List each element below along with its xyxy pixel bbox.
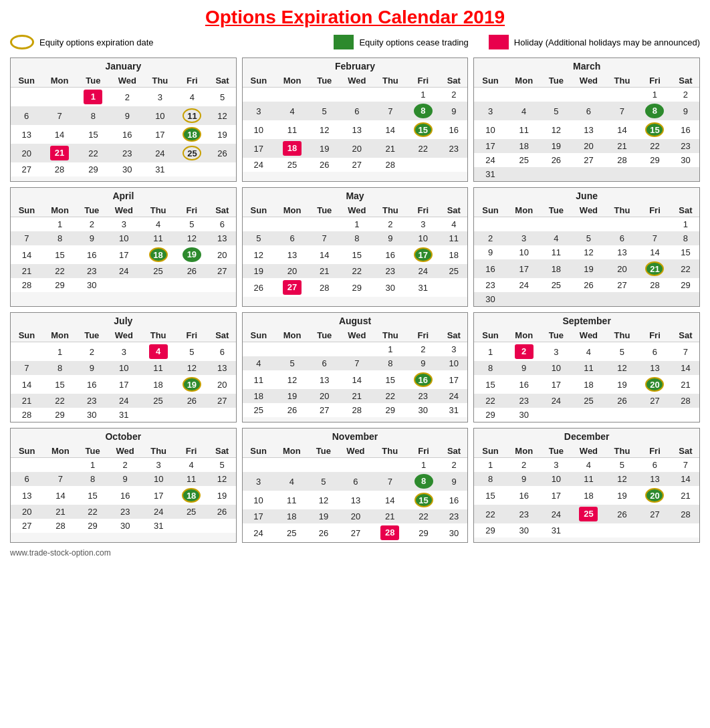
calendar-cell: 23 [507, 394, 542, 408]
calendar-cell: 30 [441, 523, 468, 542]
calendar-cell: 14 [373, 491, 406, 509]
calendar-cell: 17 [243, 139, 275, 158]
calendar-cell: 23 [507, 505, 542, 523]
calendar-cell: 28 [339, 403, 374, 417]
calendar-cell [42, 88, 76, 107]
day-header: Mon [275, 329, 310, 342]
calendar-cell: 8 [474, 472, 506, 486]
calendar-cell: 2 [108, 458, 143, 473]
calendar-cell: 25 [243, 403, 275, 417]
calendar-cell: 20 [638, 375, 672, 394]
calendar-cell: 26 [571, 278, 606, 292]
calendar-cell: 16 [77, 375, 106, 394]
calendar-cell: 6 [638, 342, 672, 362]
month-title: September [474, 313, 699, 329]
calendar-cell: 25 [507, 153, 542, 167]
calendar-cell: 4 [141, 342, 174, 362]
calendar-cell [571, 523, 606, 537]
calendar-cell: 16 [672, 120, 699, 139]
day-header: Sun [243, 329, 275, 342]
table-row: 25262728293031 [243, 403, 468, 417]
table-row: 30 [474, 292, 699, 306]
calendar-cell [571, 292, 606, 306]
day-header: Sun [474, 204, 506, 217]
day-header: Thu [141, 204, 174, 217]
day-header: Sun [474, 74, 506, 88]
calendar-cell: 10 [474, 120, 506, 139]
calendar-cell: 16 [406, 370, 440, 389]
calendar-cell: 16 [474, 259, 506, 278]
calendar-cell: 5 [542, 102, 571, 120]
calendar-cell [474, 217, 506, 232]
calendar-cell: 11 [507, 120, 542, 139]
calendar-cell: 13 [571, 120, 606, 139]
calendar-cell: 9 [474, 245, 506, 259]
calendar-cell: 6 [11, 472, 43, 486]
calendar-cell [638, 217, 672, 232]
expiration-cease-cell: 16 [414, 372, 433, 387]
calendar-cell: 21 [638, 259, 672, 278]
calendar-cell: 19 [275, 389, 310, 403]
calendar-cell: 17 [243, 509, 275, 523]
calendar-cell: 8 [43, 231, 77, 245]
table-row: 17181920212223 [243, 509, 468, 523]
calendar-cell: 31 [143, 519, 174, 533]
calendars-grid: JanuarySunMonTueWedThuFriSat123456789101… [10, 57, 700, 543]
calendar-cell: 19 [606, 486, 638, 505]
calendar-cell: 2 [77, 217, 106, 232]
calendar-cell [339, 88, 374, 102]
calendar-cell [507, 292, 542, 306]
day-header: Thu [606, 329, 638, 342]
calendar-cell: 5 [606, 342, 638, 362]
calendar-cell: 30 [374, 278, 406, 297]
calendar-cell: 23 [672, 139, 699, 153]
calendar-cell [571, 167, 606, 181]
calendar-cell: 12 [175, 361, 209, 375]
calendar-table: SunMonTueWedThuFriSat1234567891011121314… [11, 204, 236, 292]
table-row: 6789101112 [11, 106, 236, 125]
calendar-cell: 27 [638, 394, 672, 408]
calendar-cell: 13 [11, 125, 42, 144]
calendar-cell: 20 [338, 509, 373, 523]
calendar-cell: 3 [542, 458, 571, 473]
calendar-cell: 25 [542, 278, 571, 292]
calendar-cell: 9 [440, 102, 467, 120]
calendar-cell: 2 [77, 342, 106, 362]
table-row: 19202122232425 [243, 264, 468, 278]
calendar-cell: 29 [43, 408, 77, 422]
calendar-cell: 23 [110, 144, 144, 162]
calendar-cell: 25 [141, 264, 174, 278]
calendar-cell: 16 [507, 486, 542, 505]
calendar-cell [638, 408, 672, 422]
calendar-cell: 18 [440, 245, 467, 264]
calendar-cell: 17 [542, 486, 571, 505]
month-title: May [243, 188, 468, 204]
calendar-cell: 31 [440, 403, 467, 417]
calendar-cell: 11 [174, 472, 209, 486]
day-header: Tue [542, 445, 571, 458]
month-box-september: SeptemberSunMonTueWedThuFriSat1234567891… [473, 312, 700, 422]
table-row: 12345 [11, 88, 236, 107]
calendar-cell: 26 [542, 153, 571, 167]
calendar-cell: 20 [571, 139, 606, 153]
calendar-table: SunMonTueWedThuFriSat1234567891011121314… [11, 74, 236, 176]
calendar-cell [606, 167, 638, 181]
calendar-cell: 17 [542, 375, 571, 394]
calendar-cell: 11 [275, 120, 310, 139]
day-header: Mon [42, 74, 76, 88]
calendar-cell [406, 158, 440, 172]
table-row: 23242526272829 [474, 278, 699, 292]
calendar-cell: 20 [209, 245, 236, 264]
calendar-cell: 26 [175, 394, 209, 408]
day-header: Wed [110, 74, 144, 88]
calendar-cell: 1 [638, 88, 672, 102]
table-row: 45678910 [243, 356, 468, 370]
calendar-cell: 28 [606, 153, 638, 167]
calendar-cell: 8 [638, 102, 672, 120]
table-row: 10111213141516 [474, 120, 699, 139]
day-header: Sat [209, 329, 236, 342]
calendar-cell [11, 88, 42, 107]
calendar-cell: 8 [43, 361, 77, 375]
day-header: Sun [243, 204, 275, 217]
day-header: Tue [542, 204, 571, 217]
